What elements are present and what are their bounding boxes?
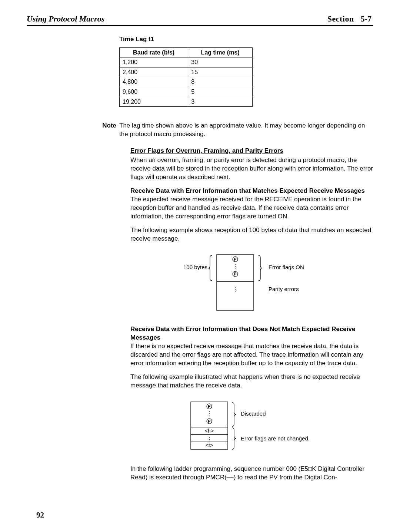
svg-point-19 [209, 413, 210, 414]
nomatch-heading: Receive Data with Error Information that… [130, 326, 355, 341]
svg-text:P: P [208, 419, 210, 423]
subhead-time-lag: Time Lag t1 [119, 35, 373, 44]
diagram1-left-label: 100 bytes [183, 264, 207, 270]
diagram2-right-top: Discarded [241, 410, 266, 417]
page-number: 92 [36, 510, 44, 520]
match-heading: Receive Data with Error Information that… [130, 187, 365, 194]
table-header: Lag time (ms) [188, 47, 253, 57]
note-label: Note [96, 122, 116, 139]
table-cell: 3 [188, 97, 253, 107]
svg-point-4 [235, 264, 236, 265]
nomatch-example-intro: The following example illustrated what h… [130, 373, 373, 390]
header-title-right: Section 5-7 [327, 13, 371, 24]
svg-text:P: P [208, 404, 210, 409]
nomatch-paragraph: If there is no expected receive message … [130, 343, 363, 367]
diagram1-right-top: Error flags ON [269, 264, 304, 270]
table-cell: 1,200 [120, 57, 188, 67]
table-row: 2,40015 [120, 67, 253, 77]
table-row: 1,20030 [120, 57, 253, 67]
svg-point-5 [235, 266, 236, 267]
diagram-nomatch: P P <h> : <t> Discarded Error flags [119, 400, 373, 452]
diagram-match: 100 bytes P P [119, 253, 373, 313]
svg-rect-0 [217, 255, 254, 310]
svg-text::: : [209, 435, 210, 441]
match-example-intro: The following example shows reception of… [130, 226, 373, 243]
table-cell: 19,200 [120, 97, 188, 107]
error-flags-paragraph: When an overrun, framing, or parity erro… [130, 156, 373, 182]
table-cell: 8 [188, 77, 253, 87]
diagram2-t-row: <t> [206, 442, 213, 448]
time-lag-table: Baud rate (b/s) Lag time (ms) 1,20030 2,… [119, 47, 253, 107]
svg-point-10 [235, 289, 236, 290]
svg-text:P: P [234, 257, 236, 261]
note-text: The lag time shown above is an approxima… [119, 122, 373, 139]
svg-point-6 [235, 268, 236, 269]
table-header: Baud rate (b/s) [120, 47, 188, 57]
svg-text:P: P [234, 272, 236, 276]
table-row: 9,6005 [120, 87, 253, 97]
svg-point-9 [235, 287, 236, 288]
match-paragraph: The expected receive message received fo… [130, 196, 361, 220]
table-row: 19,2003 [120, 97, 253, 107]
ladder-paragraph: In the following ladder programming, seq… [130, 465, 373, 482]
header-title-left: Using Protocol Macros [27, 13, 104, 24]
diagram2-right-bottom: Error flags are not changed. [241, 435, 310, 442]
section-label: Section [327, 13, 354, 24]
table-cell: 15 [188, 67, 253, 77]
svg-point-18 [209, 411, 210, 412]
section-number: 5-7 [361, 13, 371, 24]
svg-point-20 [209, 416, 210, 416]
error-flags-heading: Error Flags for Overrun, Framing, and Pa… [130, 147, 373, 155]
diagram2-h-row: <h> [205, 428, 214, 434]
table-row: 4,8008 [120, 77, 253, 87]
table-cell: 5 [188, 87, 253, 97]
table-cell: 9,600 [120, 87, 188, 97]
table-cell: 4,800 [120, 77, 188, 87]
table-cell: 2,400 [120, 67, 188, 77]
svg-point-11 [235, 291, 236, 292]
diagram1-right-bottom: Parity errors [269, 286, 299, 292]
table-cell: 30 [188, 57, 253, 67]
page-header: Using Protocol Macros Section 5-7 [27, 13, 373, 26]
